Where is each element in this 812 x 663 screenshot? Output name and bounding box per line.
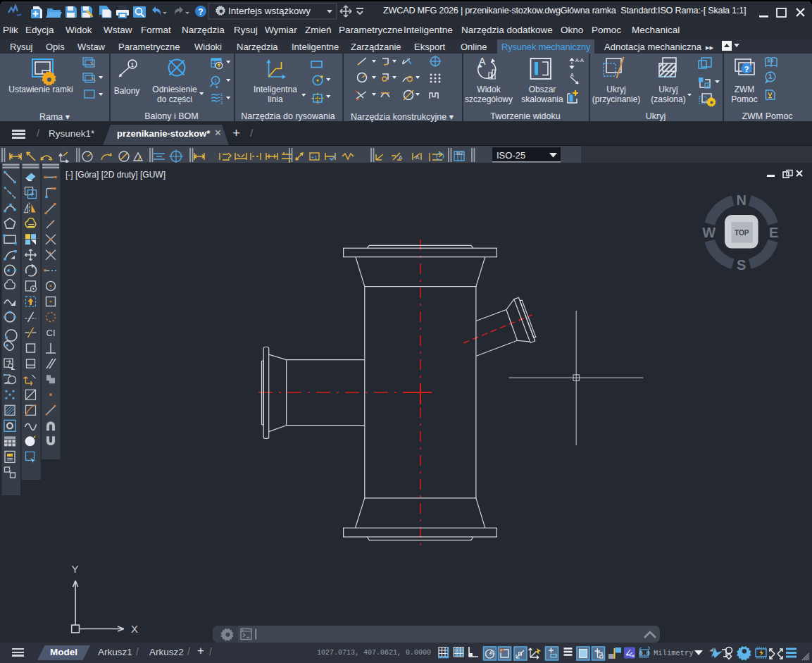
svg-text:A-A: A-A <box>575 58 584 63</box>
svg-text:?: ? <box>744 65 749 73</box>
svg-text:A: A <box>399 154 403 161</box>
svg-text:N: N <box>736 192 746 208</box>
svg-text:1: 1 <box>130 61 134 68</box>
svg-text:+1: +1 <box>311 154 318 161</box>
svg-text:ISO-25: ISO-25 <box>496 150 525 161</box>
svg-text:X: X <box>131 623 138 635</box>
svg-text:Interfejs wstążkowy: Interfejs wstążkowy <box>228 6 311 16</box>
svg-text:TOP: TOP <box>735 229 749 237</box>
svg-text:Y: Y <box>72 563 79 575</box>
svg-text:?: ? <box>198 7 203 17</box>
svg-text:CI: CI <box>46 328 56 338</box>
svg-text:A: A <box>416 154 420 161</box>
svg-text:W: W <box>702 225 716 240</box>
svg-text:1: 1 <box>214 78 217 83</box>
svg-text:0.0: 0.0 <box>639 650 650 657</box>
svg-text:A: A <box>570 73 574 78</box>
svg-text:S: S <box>737 257 746 273</box>
svg-text:3: 3 <box>220 101 223 105</box>
svg-text:M2: M2 <box>456 151 463 156</box>
svg-text:E: E <box>769 225 778 240</box>
